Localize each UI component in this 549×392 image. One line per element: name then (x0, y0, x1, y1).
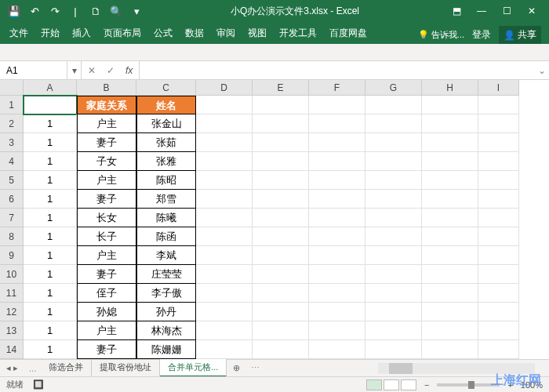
cell-F4[interactable] (309, 152, 365, 171)
add-sheet-button[interactable]: ⊕ (227, 363, 246, 373)
cell-E11[interactable] (253, 284, 309, 303)
cell-D13[interactable] (196, 321, 253, 340)
cell-B7[interactable]: 长女 (77, 209, 136, 227)
row-header-13[interactable]: 13 (0, 321, 24, 340)
cell-D12[interactable] (196, 303, 253, 321)
cell-H14[interactable] (422, 340, 478, 359)
cell-H12[interactable] (422, 303, 478, 321)
zoom-out-button[interactable]: − (424, 380, 429, 390)
cell-G6[interactable] (365, 190, 422, 209)
cell-H1[interactable] (422, 96, 478, 114)
cell-G2[interactable] (365, 114, 422, 133)
cell-I2[interactable] (478, 114, 519, 133)
cell-D4[interactable] (196, 152, 253, 171)
cell-C8[interactable]: 陈函 (136, 227, 196, 246)
cell-E8[interactable] (253, 227, 309, 246)
sheet-nav[interactable]: ◂ ▸ (0, 363, 24, 373)
row-header-4[interactable]: 4 (0, 152, 24, 171)
cell-H8[interactable] (422, 227, 478, 246)
normal-view-button[interactable] (366, 379, 382, 390)
cell-I10[interactable] (478, 265, 519, 284)
row-header-11[interactable]: 11 (0, 284, 24, 303)
cell-G8[interactable] (365, 227, 422, 246)
cell-D5[interactable] (196, 171, 253, 190)
new-icon[interactable]: 🗋 (89, 5, 102, 17)
cell-I7[interactable] (478, 209, 519, 227)
tab-开发工具[interactable]: 开发工具 (273, 23, 323, 44)
close-icon[interactable]: ✕ (521, 3, 543, 19)
cell-F7[interactable] (309, 209, 365, 227)
fx-icon[interactable]: fx (125, 65, 133, 76)
col-header-G[interactable]: G (365, 80, 422, 96)
cell-B10[interactable]: 妻子 (77, 265, 136, 284)
tab-视图[interactable]: 视图 (242, 23, 273, 44)
cell-C14[interactable]: 陈姗姗 (136, 340, 196, 359)
cell-I14[interactable] (478, 340, 519, 359)
maximize-icon[interactable]: ☐ (496, 3, 518, 19)
cell-B8[interactable]: 长子 (77, 227, 136, 246)
cell-C4[interactable]: 张雅 (136, 152, 196, 171)
cell-H7[interactable] (422, 209, 478, 227)
row-header-3[interactable]: 3 (0, 133, 24, 152)
col-header-I[interactable]: I (478, 80, 519, 96)
cell-A13[interactable]: 1 (24, 321, 77, 340)
cell-A3[interactable]: 1 (24, 133, 77, 152)
cell-G9[interactable] (365, 246, 422, 265)
cell-A1[interactable] (24, 96, 77, 114)
cells-area[interactable]: 家庭关系姓名1户主张金山1妻子张茹1子女张雅1户主陈昭1妻子郑雪1长女陈曦1长子… (24, 96, 519, 359)
tab-公式[interactable]: 公式 (147, 23, 179, 44)
zoom-in-button[interactable]: + (507, 380, 512, 390)
cell-D10[interactable] (196, 265, 253, 284)
cell-B13[interactable]: 户主 (77, 321, 136, 340)
col-header-C[interactable]: C (136, 80, 196, 96)
cell-G4[interactable] (365, 152, 422, 171)
cell-C10[interactable]: 庄莹莹 (136, 265, 196, 284)
preview-icon[interactable]: 🔍 (110, 5, 122, 17)
col-header-A[interactable]: A (24, 80, 77, 96)
zoom-slider[interactable] (437, 383, 500, 387)
cell-D6[interactable] (196, 190, 253, 209)
cell-A12[interactable]: 1 (24, 303, 77, 321)
cell-F1[interactable] (309, 96, 365, 114)
row-header-1[interactable]: 1 (0, 96, 24, 114)
sheet-tab-1[interactable]: 提取省份地址 (92, 359, 160, 377)
col-header-H[interactable]: H (422, 80, 478, 96)
spreadsheet-grid[interactable]: ABCDEFGHI 1234567891011121314 家庭关系姓名1户主张… (0, 80, 549, 368)
cancel-icon[interactable]: ✕ (88, 65, 96, 76)
sheet-tab-2[interactable]: 合并单元格... (160, 359, 227, 377)
cell-I8[interactable] (478, 227, 519, 246)
tab-数据[interactable]: 数据 (179, 23, 210, 44)
cell-E2[interactable] (253, 114, 309, 133)
cell-C3[interactable]: 张茹 (136, 133, 196, 152)
undo-icon[interactable]: ↶ (28, 5, 41, 17)
row-header-5[interactable]: 5 (0, 171, 24, 190)
cell-C2[interactable]: 张金山 (136, 114, 196, 133)
row-header-2[interactable]: 2 (0, 114, 24, 133)
cell-D1[interactable] (196, 96, 253, 114)
cell-C6[interactable]: 郑雪 (136, 190, 196, 209)
cell-E14[interactable] (253, 340, 309, 359)
cell-A7[interactable]: 1 (24, 209, 77, 227)
select-all-corner[interactable] (0, 80, 24, 96)
cell-E6[interactable] (253, 190, 309, 209)
cell-F13[interactable] (309, 321, 365, 340)
cell-G11[interactable] (365, 284, 422, 303)
minimize-icon[interactable]: ― (471, 3, 493, 19)
tab-开始[interactable]: 开始 (35, 23, 66, 44)
row-header-6[interactable]: 6 (0, 190, 24, 209)
cell-F3[interactable] (309, 133, 365, 152)
cell-C12[interactable]: 孙丹 (136, 303, 196, 321)
cell-I1[interactable] (478, 96, 519, 114)
cell-I12[interactable] (478, 303, 519, 321)
cell-I11[interactable] (478, 284, 519, 303)
cell-H11[interactable] (422, 284, 478, 303)
cell-I5[interactable] (478, 171, 519, 190)
cell-E10[interactable] (253, 265, 309, 284)
name-box-dropdown-icon[interactable]: ▾ (67, 61, 82, 79)
status-accessibility-icon[interactable]: 🔲 (33, 379, 44, 390)
sheet-nav-more[interactable]: ... (24, 364, 41, 373)
confirm-icon[interactable]: ✓ (107, 65, 115, 76)
cell-D3[interactable] (196, 133, 253, 152)
sheet-tab-0[interactable]: 筛选合并 (41, 359, 92, 377)
cell-I13[interactable] (478, 321, 519, 340)
